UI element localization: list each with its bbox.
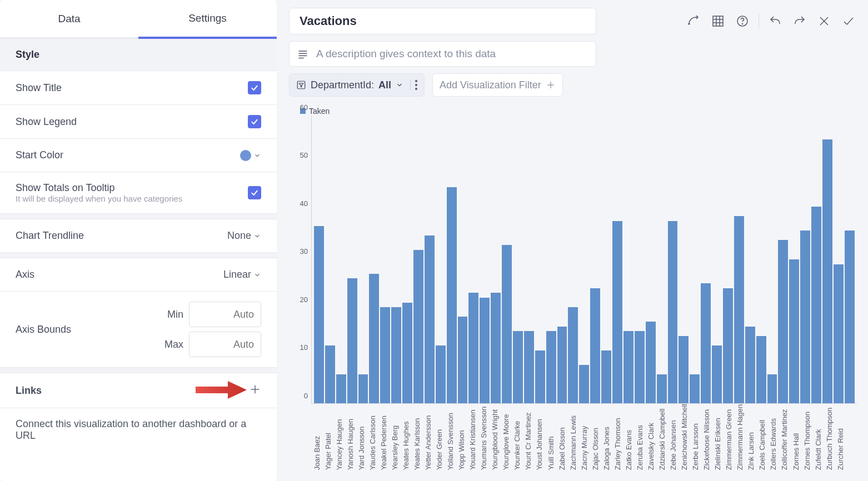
bar[interactable]	[590, 288, 600, 403]
bar[interactable]	[701, 283, 711, 403]
bar[interactable]	[712, 345, 722, 403]
x-tick-label: Yeates Karlsson	[413, 404, 421, 473]
x-tick-label: Youst Johansen	[535, 404, 543, 473]
bar[interactable]	[369, 274, 379, 403]
filter-icon	[296, 80, 306, 90]
help-icon[interactable]	[734, 13, 751, 29]
bar[interactable]	[623, 331, 633, 403]
plus-icon	[546, 80, 556, 90]
x-tick-label: Yaudes Carlsson	[368, 404, 377, 473]
undo-button[interactable]	[767, 13, 784, 29]
axis-dropdown[interactable]: Linear	[223, 269, 261, 280]
color-swatch-icon	[240, 150, 251, 161]
tab-settings[interactable]: Settings	[138, 0, 277, 39]
bar[interactable]	[756, 336, 766, 403]
bar[interactable]	[800, 231, 810, 403]
x-tick-label: Zoels Campbell	[758, 404, 766, 473]
bar[interactable]	[579, 365, 589, 403]
show-legend-toggle[interactable]	[248, 115, 261, 128]
svg-rect-17	[297, 81, 305, 89]
bar[interactable]	[778, 240, 788, 403]
add-filter-button[interactable]: Add Visualization Filter	[432, 73, 563, 97]
show-totals-toggle[interactable]	[248, 186, 261, 199]
show-title-label: Show Title	[16, 82, 62, 94]
x-tick-label: Yearsley Berg	[391, 404, 399, 473]
bar[interactable]	[845, 231, 855, 403]
bar[interactable]	[811, 207, 821, 403]
bar[interactable]	[314, 226, 324, 403]
bar[interactable]	[679, 336, 689, 403]
close-button[interactable]	[816, 13, 832, 29]
bar[interactable]	[380, 307, 390, 403]
bar[interactable]	[557, 327, 567, 403]
show-title-toggle[interactable]	[248, 81, 261, 94]
section-style: Style	[0, 39, 277, 71]
x-tick-label: Younker Clarke	[513, 404, 521, 473]
redo-button[interactable]	[791, 13, 808, 29]
bar[interactable]	[480, 298, 490, 403]
bar[interactable]	[413, 250, 423, 403]
bar[interactable]	[491, 293, 501, 403]
bar[interactable]	[568, 307, 578, 403]
x-tick-label: Yeates Hughes	[402, 404, 410, 473]
filter-pill-department[interactable]: DepartmentId: All	[289, 73, 425, 97]
bar[interactable]	[822, 139, 832, 403]
bar[interactable]	[325, 345, 335, 403]
chevron-down-icon	[253, 232, 261, 240]
min-label: Min	[167, 309, 183, 320]
bar[interactable]	[668, 221, 678, 403]
description-input[interactable]: A description gives context to this data	[289, 41, 596, 67]
bar[interactable]	[347, 278, 357, 403]
x-tick-label: Zornes Thompson	[803, 404, 811, 473]
confirm-button[interactable]	[840, 13, 857, 29]
chart: Taken 0102030405060 Joan BaezYager Patel…	[289, 103, 857, 473]
x-tick-label: Yoder Green	[435, 404, 443, 473]
bar[interactable]	[336, 374, 346, 403]
bar[interactable]	[834, 264, 844, 403]
bar[interactable]	[734, 216, 744, 403]
x-tick-label: Youngblood Wright	[491, 404, 499, 473]
bar[interactable]	[502, 245, 512, 403]
bar[interactable]	[425, 236, 435, 403]
add-link-button[interactable]	[249, 383, 261, 395]
chevron-down-icon	[253, 152, 261, 159]
bar[interactable]	[657, 374, 667, 403]
bar[interactable]	[358, 374, 368, 403]
chart-trendline-dropdown[interactable]: None	[227, 230, 261, 242]
bar[interactable]	[468, 293, 478, 403]
x-tick-label: Joan Baez	[313, 404, 321, 473]
x-tick-label: Yount Cr Martinez	[524, 404, 532, 473]
bar[interactable]	[436, 345, 446, 403]
show-totals-label: Show Totals on Tooltip	[16, 182, 182, 194]
bar[interactable]	[646, 322, 656, 403]
tab-data[interactable]: Data	[0, 0, 138, 39]
bar[interactable]	[767, 374, 777, 403]
bar[interactable]	[546, 331, 556, 403]
min-input[interactable]	[189, 302, 261, 327]
bar[interactable]	[690, 374, 700, 403]
x-tick-label: Zickefoose Nilsson	[702, 404, 711, 473]
start-color-picker[interactable]	[240, 150, 261, 161]
bar[interactable]	[458, 317, 468, 403]
shape-icon[interactable]	[685, 13, 702, 29]
grid-icon[interactable]	[710, 13, 726, 29]
title-input[interactable]	[289, 8, 596, 34]
bar[interactable]	[535, 350, 545, 403]
bar[interactable]	[402, 303, 412, 403]
bar[interactable]	[391, 307, 401, 403]
more-icon[interactable]	[410, 80, 417, 90]
bar[interactable]	[447, 187, 457, 403]
bar[interactable]	[789, 259, 799, 403]
bar[interactable]	[513, 331, 523, 403]
bar[interactable]	[612, 221, 622, 403]
x-tick-label: Zachmann Lewis	[569, 404, 577, 473]
bar[interactable]	[635, 331, 645, 403]
x-tick-label: Zavelsky Clark	[647, 404, 655, 473]
max-input[interactable]	[189, 332, 261, 357]
bar[interactable]	[723, 288, 733, 403]
x-tick-label: Yard Jonsson	[357, 404, 366, 473]
bar[interactable]	[601, 350, 611, 403]
bar[interactable]	[745, 327, 755, 403]
bar[interactable]	[524, 331, 534, 403]
x-tick-label: Zerbe Larsson	[691, 404, 700, 473]
